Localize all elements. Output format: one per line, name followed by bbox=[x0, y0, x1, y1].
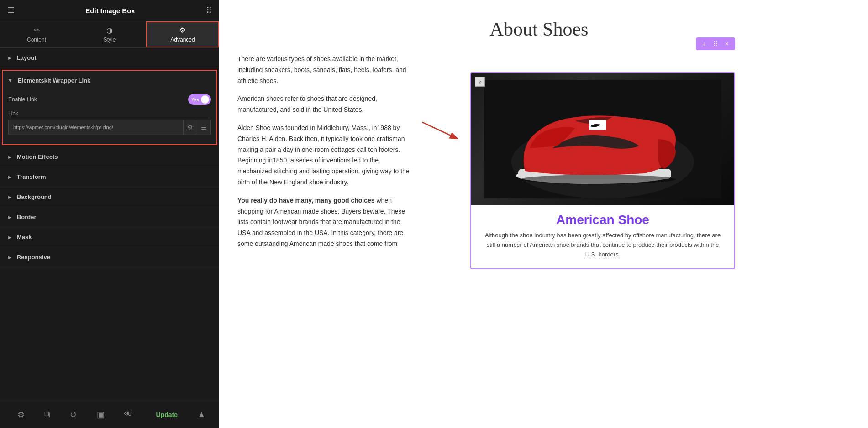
responsive-label: Responsive bbox=[17, 254, 50, 261]
section-border: ► Border bbox=[0, 207, 219, 227]
style-icon: ◑ bbox=[106, 26, 113, 35]
border-header[interactable]: ► Border bbox=[0, 207, 219, 227]
wrapper-link-body: Enable Link Yes Link ⚙ ☰ bbox=[3, 90, 216, 144]
tab-advanced-label: Advanced bbox=[170, 37, 195, 43]
section-layout-header[interactable]: ► Layout bbox=[0, 48, 219, 68]
background-header[interactable]: ► Background bbox=[0, 187, 219, 207]
paragraph-1: There are various types of shoes availab… bbox=[237, 54, 411, 86]
transform-chevron: ► bbox=[7, 174, 12, 180]
footer-eye-icon[interactable]: 👁 bbox=[121, 408, 136, 421]
border-label: Border bbox=[17, 214, 37, 220]
tab-content[interactable]: ✏ Content bbox=[0, 21, 73, 47]
panel-footer: ⚙ ⧉ ↺ ▣ 👁 Update ▲ bbox=[0, 401, 219, 428]
enable-link-label: Enable Link bbox=[8, 96, 37, 103]
background-chevron: ► bbox=[7, 194, 12, 200]
hamburger-icon[interactable]: ☰ bbox=[7, 5, 15, 16]
link-row: Link ⚙ ☰ bbox=[8, 110, 211, 135]
content-icon: ✏ bbox=[34, 26, 40, 35]
footer-layers-icon[interactable]: ⧉ bbox=[41, 408, 54, 421]
section-layout: ► Layout bbox=[0, 48, 219, 68]
right-content: About Shoes There are various types of s… bbox=[219, 0, 868, 428]
svg-point-6 bbox=[521, 175, 676, 184]
motion-effects-header[interactable]: ► Motion Effects bbox=[0, 147, 219, 167]
content-layout: There are various types of shoes availab… bbox=[237, 54, 841, 269]
section-background: ► Background bbox=[0, 187, 219, 207]
layout-label: Layout bbox=[17, 54, 37, 61]
tab-style[interactable]: ◑ Style bbox=[73, 21, 146, 47]
paragraph-4-rest: when shopping for American made shoes. B… bbox=[237, 197, 405, 247]
resize-handle[interactable]: ⤢ bbox=[475, 77, 485, 87]
shoe-illustration bbox=[484, 80, 721, 198]
transform-header[interactable]: ► Transform bbox=[0, 167, 219, 187]
paragraph-4: You really do have many, many good choic… bbox=[237, 195, 411, 250]
tab-advanced[interactable]: ⚙ Advanced bbox=[146, 21, 219, 47]
link-list-btn[interactable]: ☰ bbox=[197, 120, 210, 135]
mask-chevron: ► bbox=[7, 235, 12, 240]
wrapper-link-title: Elementskit Wrapper Link bbox=[18, 77, 90, 84]
toggle-yes-label: Yes bbox=[191, 97, 199, 102]
footer-history-icon[interactable]: ↺ bbox=[66, 408, 80, 422]
mask-header[interactable]: ► Mask bbox=[0, 227, 219, 247]
responsive-header[interactable]: ► Responsive bbox=[0, 247, 219, 267]
background-label: Background bbox=[17, 193, 52, 200]
link-settings-btn[interactable]: ⚙ bbox=[183, 120, 197, 135]
section-motion-effects: ► Motion Effects bbox=[0, 147, 219, 167]
page-title: About Shoes bbox=[237, 18, 841, 40]
wrapper-chevron: ► bbox=[8, 78, 13, 83]
mask-label: Mask bbox=[17, 234, 32, 240]
image-box-card: ⤢ bbox=[470, 72, 735, 269]
responsive-chevron: ► bbox=[7, 255, 12, 260]
toggle-thumb bbox=[201, 95, 209, 104]
svg-line-0 bbox=[422, 122, 457, 138]
update-button[interactable]: Update bbox=[149, 408, 185, 421]
border-chevron: ► bbox=[7, 214, 12, 220]
enable-link-toggle[interactable]: Yes bbox=[188, 94, 211, 105]
card-title: American Shoe bbox=[471, 205, 734, 231]
wrapper-link-section: ► Elementskit Wrapper Link Enable Link Y… bbox=[2, 70, 217, 145]
advanced-icon: ⚙ bbox=[179, 26, 186, 35]
image-box-column: + ⠿ × ⤢ bbox=[470, 54, 735, 269]
section-transform: ► Transform bbox=[0, 167, 219, 187]
tab-style-label: Style bbox=[104, 37, 116, 43]
card-description: Although the shoe industry has been grea… bbox=[471, 231, 734, 268]
link-input-wrapper: ⚙ ☰ bbox=[8, 120, 211, 135]
paragraph-2: American shoes refer to shoes that are d… bbox=[237, 94, 411, 115]
arrow-svg bbox=[420, 118, 461, 145]
paragraph-3: Alden Shoe was founded in Middlebury, Ma… bbox=[237, 123, 411, 188]
shoe-image bbox=[471, 73, 734, 205]
footer-gear-icon[interactable]: ⚙ bbox=[14, 408, 28, 422]
section-mask: ► Mask bbox=[0, 227, 219, 247]
layout-chevron: ► bbox=[7, 55, 12, 61]
panel-content: ► Layout ► Elementskit Wrapper Link Enab… bbox=[0, 48, 219, 401]
tab-content-label: Content bbox=[27, 37, 46, 43]
section-responsive: ► Responsive bbox=[0, 247, 219, 267]
transform-label: Transform bbox=[17, 173, 46, 180]
wrapper-link-header[interactable]: ► Elementskit Wrapper Link bbox=[3, 71, 216, 90]
motion-effects-label: Motion Effects bbox=[17, 153, 58, 160]
left-panel: ☰ Edit Image Box ⠿ ✏ Content ◑ Style ⚙ A… bbox=[0, 0, 219, 428]
footer-collapse-icon[interactable]: ▲ bbox=[197, 410, 205, 419]
toggle-track[interactable]: Yes bbox=[188, 94, 211, 105]
arrow-container bbox=[420, 54, 461, 145]
enable-link-row: Enable Link Yes bbox=[8, 94, 211, 105]
grid-icon[interactable]: ⠿ bbox=[206, 5, 212, 16]
link-input[interactable] bbox=[9, 121, 183, 134]
image-box-toolbar: + ⠿ × bbox=[696, 37, 735, 50]
text-column: There are various types of shoes availab… bbox=[237, 54, 411, 257]
panel-title: Edit Image Box bbox=[15, 7, 206, 15]
panel-header: ☰ Edit Image Box ⠿ bbox=[0, 0, 219, 21]
toolbar-close-btn[interactable]: × bbox=[723, 39, 731, 48]
link-label: Link bbox=[8, 110, 211, 117]
bold-text: You really do have many, many good choic… bbox=[237, 197, 375, 204]
motion-chevron: ► bbox=[7, 154, 12, 160]
panel-tabs: ✏ Content ◑ Style ⚙ Advanced bbox=[0, 21, 219, 48]
toolbar-drag-btn[interactable]: ⠿ bbox=[711, 39, 720, 48]
toolbar-add-btn[interactable]: + bbox=[700, 39, 708, 48]
footer-responsive-icon[interactable]: ▣ bbox=[93, 408, 108, 422]
